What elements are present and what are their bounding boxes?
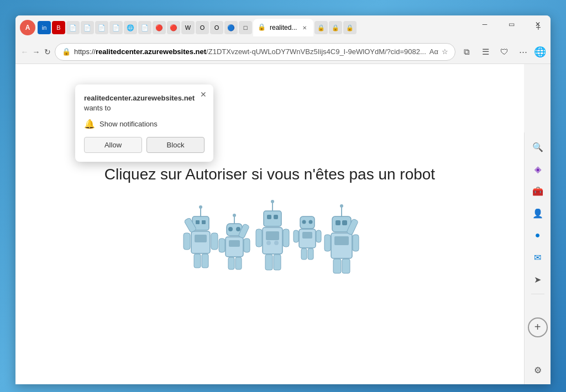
- refresh-icon: ↻: [44, 47, 51, 56]
- address-protocol: https://: [74, 47, 96, 56]
- tab-title: realited...: [270, 24, 297, 31]
- svg-rect-30: [266, 231, 279, 240]
- tab-12[interactable]: O: [196, 21, 209, 34]
- sidebar-tools-icon[interactable]: 🧰: [528, 181, 548, 201]
- svg-rect-20: [244, 239, 250, 252]
- tab-16[interactable]: 🔒: [315, 21, 328, 34]
- svg-point-25: [271, 200, 274, 203]
- popup-close-button[interactable]: ✕: [198, 89, 209, 100]
- svg-rect-56: [342, 259, 350, 273]
- address-domain: realitedcenter.azurewebsites.net: [96, 47, 206, 56]
- reading-list-icon[interactable]: ☰: [476, 43, 494, 61]
- tab-3[interactable]: 📄: [66, 21, 80, 34]
- sidebar: 🔍 ◈ 🧰 👤 ● ✉ ➤ + ⚙: [524, 133, 551, 384]
- sidebar-add-button[interactable]: +: [528, 317, 548, 337]
- popup-wants: wants to: [84, 104, 111, 112]
- close-button[interactable]: ✕: [525, 15, 551, 33]
- tab-8[interactable]: 📄: [138, 21, 151, 34]
- svg-rect-19: [219, 239, 225, 252]
- address-bar[interactable]: 🔒 https://realitedcenter.azurewebsites.n…: [55, 43, 455, 61]
- back-button[interactable]: ←: [20, 43, 29, 61]
- title-bar: A in B 📄 📄 📄 📄 🌐 📄 🔴 🔴 W O O 🔵 □ 🔒 reali…: [15, 15, 551, 40]
- svg-rect-53: [324, 235, 331, 251]
- tab-5[interactable]: 📄: [95, 21, 108, 34]
- tab-17[interactable]: 🔒: [329, 21, 342, 34]
- sidebar-divider: [531, 294, 544, 294]
- forward-button[interactable]: →: [32, 43, 41, 61]
- more-tools-icon[interactable]: ⋯: [514, 43, 532, 61]
- svg-point-47: [340, 204, 343, 208]
- profile-icon[interactable]: A: [20, 20, 35, 35]
- svg-rect-45: [308, 248, 313, 259]
- address-text: https://realitedcenter.azurewebsites.net…: [74, 47, 426, 56]
- edge-logo: 🌐: [534, 43, 546, 61]
- tab-10[interactable]: 🔴: [167, 21, 180, 34]
- svg-rect-34: [283, 229, 289, 247]
- tab-13[interactable]: O: [210, 21, 223, 34]
- split-screen-icon[interactable]: ⧉: [458, 43, 475, 61]
- tab-6[interactable]: 📄: [109, 21, 123, 34]
- svg-point-1: [199, 205, 202, 209]
- notification-popup: ✕ realitedcenter.azurewebsites.net wants…: [75, 84, 213, 162]
- address-path: /Z1DTXvzewt-qUWLoDY7WnVBz5Iijs4C9_I-9eWl…: [206, 47, 426, 56]
- tab-linkedin[interactable]: in: [38, 21, 51, 34]
- block-button[interactable]: Block: [146, 137, 205, 153]
- sidebar-people-icon[interactable]: 👤: [528, 203, 548, 223]
- svg-rect-7: [184, 233, 190, 250]
- tab-strip: in B 📄 📄 📄 📄 🌐 📄 🔴 🔴 W O O 🔵 □ 🔒 realite…: [38, 19, 528, 36]
- svg-point-31: [266, 241, 271, 245]
- svg-rect-52: [334, 236, 349, 245]
- sidebar-settings-icon[interactable]: ⚙: [528, 360, 548, 380]
- svg-rect-27: [267, 215, 271, 219]
- refresh-button[interactable]: ↻: [43, 43, 53, 61]
- favorites-icon[interactable]: ☆: [442, 47, 448, 56]
- minimize-button[interactable]: ─: [472, 15, 497, 33]
- browser-window: A in B 📄 📄 📄 📄 🌐 📄 🔴 🔴 W O O 🔵 □ 🔒 reali…: [15, 15, 551, 384]
- tab-14[interactable]: 🔵: [224, 21, 238, 34]
- bell-icon: 🔔: [84, 119, 95, 129]
- svg-point-32: [274, 241, 279, 245]
- allow-button[interactable]: Allow: [84, 137, 142, 153]
- tab-close-button[interactable]: ✕: [300, 23, 309, 32]
- toolbar-icons: ⧉ ☰ 🛡 ⋯: [458, 43, 532, 61]
- sidebar-outlook-icon[interactable]: ✉: [528, 247, 548, 267]
- back-icon: ←: [20, 47, 28, 56]
- svg-rect-8: [211, 233, 218, 250]
- tab-15[interactable]: □: [239, 21, 252, 34]
- sidebar-search-icon[interactable]: 🔍: [528, 137, 548, 157]
- svg-rect-21: [228, 257, 234, 269]
- popup-buttons: Allow Block: [84, 137, 205, 153]
- svg-rect-22: [235, 257, 242, 269]
- browser-essentials-icon[interactable]: 🛡: [495, 43, 513, 61]
- forward-icon: →: [32, 47, 40, 56]
- svg-rect-18: [229, 240, 240, 247]
- tab-18[interactable]: 🔒: [343, 21, 357, 34]
- tab-11[interactable]: W: [181, 21, 195, 34]
- profile-initial: A: [25, 24, 30, 31]
- tab-9[interactable]: 🔴: [153, 21, 166, 34]
- svg-rect-44: [301, 248, 307, 259]
- robots-illustration: [176, 200, 364, 283]
- tab-active[interactable]: 🔒 realited... ✕: [253, 19, 313, 36]
- svg-rect-54: [353, 235, 359, 251]
- maximize-button[interactable]: ▭: [499, 15, 524, 33]
- robots-svg: [176, 200, 364, 283]
- tab-b[interactable]: B: [52, 21, 65, 34]
- svg-rect-9: [194, 254, 201, 268]
- svg-rect-4: [202, 220, 206, 224]
- tab-favicon: 🔒: [258, 23, 266, 32]
- svg-point-38: [302, 220, 306, 224]
- svg-rect-10: [202, 254, 208, 268]
- svg-point-15: [228, 227, 233, 231]
- svg-rect-49: [336, 220, 340, 225]
- sidebar-copilot-icon[interactable]: ◈: [528, 159, 548, 179]
- svg-rect-33: [256, 229, 262, 247]
- sidebar-arrow-icon[interactable]: ➤: [528, 269, 548, 289]
- svg-rect-36: [274, 255, 281, 270]
- address-bar-row: ← → ↻ 🔒 https://realitedcenter.azurewebs…: [15, 40, 551, 64]
- tab-7[interactable]: 🌐: [124, 21, 137, 34]
- lock-icon: 🔒: [62, 47, 71, 56]
- sidebar-circle-icon[interactable]: ●: [528, 225, 548, 245]
- tab-4[interactable]: 📄: [81, 21, 94, 34]
- svg-rect-3: [196, 220, 200, 224]
